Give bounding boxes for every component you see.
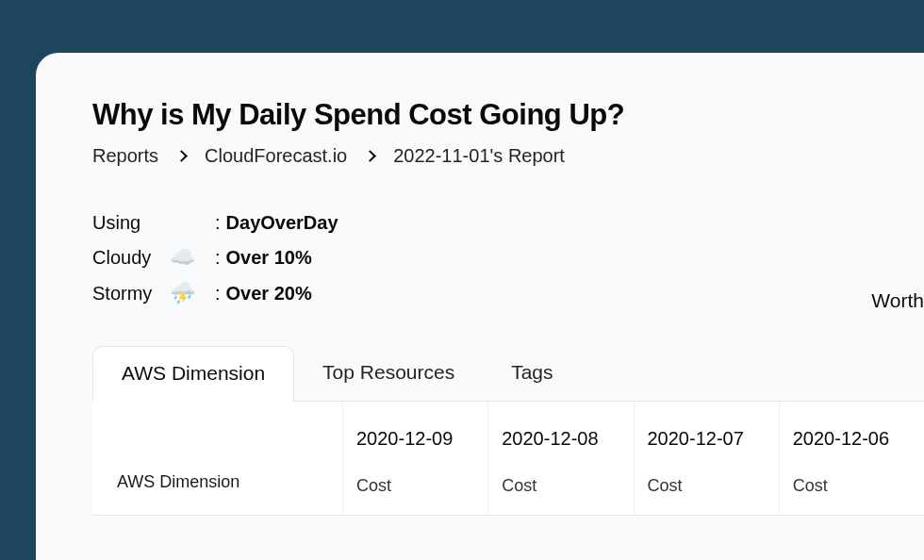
legend-colon: : <box>215 212 221 234</box>
column-date: 2020-12-08 <box>502 428 633 450</box>
table-column-header: 2020-12-06 Cost <box>779 402 924 515</box>
table-header-row: AWS Dimension 2020-12-09 Cost 2020-12-08… <box>92 402 924 515</box>
table-row-header: AWS Dimension <box>92 402 342 511</box>
legend-label: Stormy <box>92 283 170 305</box>
legend-value: Over 20% <box>226 283 312 305</box>
legend-value: Over 10% <box>226 247 312 269</box>
breadcrumb: Reports CloudForecast.io 2022-11-01's Re… <box>92 145 924 167</box>
column-cost-label: Cost <box>502 476 633 515</box>
storm-icon: ⛈️ <box>170 281 215 305</box>
table-divider <box>92 515 924 516</box>
legend-row-stormy: Stormy ⛈️ : Over 20% <box>92 281 924 305</box>
legend-label: Using <box>92 212 170 234</box>
legend-row-using: Using : DayOverDay <box>92 212 924 234</box>
page-container: Why is My Daily Spend Cost Going Up? Rep… <box>36 53 924 560</box>
breadcrumb-item-report[interactable]: 2022-11-01's Report <box>393 145 565 167</box>
chevron-right-icon <box>364 150 376 162</box>
legend-value: DayOverDay <box>226 212 338 234</box>
legend-colon: : <box>215 247 221 269</box>
legend-row-cloudy: Cloudy ☁️ : Over 10% <box>92 245 924 270</box>
breadcrumb-item-cloudforecast[interactable]: CloudForecast.io <box>205 145 347 167</box>
chevron-right-icon <box>175 150 188 162</box>
table-column-header: 2020-12-08 Cost <box>487 402 633 515</box>
tab-aws-dimension[interactable]: AWS Dimension <box>92 346 294 402</box>
legend-label: Cloudy <box>92 247 170 269</box>
table-column-header: 2020-12-09 Cost <box>342 402 487 515</box>
column-date: 2020-12-06 <box>793 428 924 450</box>
column-date: 2020-12-09 <box>356 428 487 450</box>
page-title: Why is My Daily Spend Cost Going Up? <box>92 98 924 132</box>
column-cost-label: Cost <box>356 476 487 515</box>
column-cost-label: Cost <box>793 476 924 515</box>
column-cost-label: Cost <box>648 476 779 515</box>
tab-tags[interactable]: Tags <box>483 345 581 401</box>
table: AWS Dimension 2020-12-09 Cost 2020-12-08… <box>92 402 924 516</box>
column-date: 2020-12-07 <box>648 428 779 450</box>
tabs: AWS Dimension Top Resources Tags <box>92 345 924 402</box>
legend: Using : DayOverDay Cloudy ☁️ : Over 10% … <box>92 212 924 305</box>
table-column-header: 2020-12-07 Cost <box>634 402 779 515</box>
cloud-icon: ☁️ <box>170 245 215 270</box>
legend-colon: : <box>215 283 221 305</box>
tab-top-resources[interactable]: Top Resources <box>294 345 483 401</box>
breadcrumb-item-reports[interactable]: Reports <box>92 145 158 167</box>
worth-label: Worth <box>871 289 924 312</box>
